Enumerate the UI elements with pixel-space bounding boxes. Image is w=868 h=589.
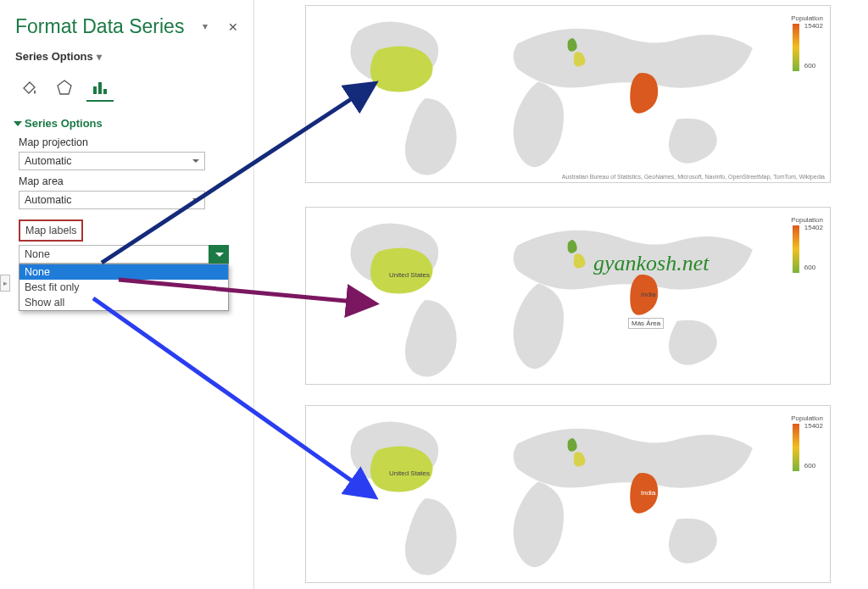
legend-title: Population	[791, 216, 823, 224]
map-labels-dropdown[interactable]: None None Best fit only Show all	[19, 245, 229, 311]
label-us: United States	[389, 470, 430, 477]
world-map-icon	[306, 208, 830, 384]
map-attribution: Australian Bureau of Statistics, GeoName…	[562, 174, 825, 180]
label-in: India	[641, 291, 655, 298]
map-projection-label: Map projection	[19, 136, 238, 148]
legend: Population 15402 600	[791, 216, 823, 275]
toolbar	[15, 75, 238, 102]
format-data-series-panel: Format Data Series ▾ ✕ Series Options ▾ …	[0, 0, 254, 589]
expand-triangle-icon	[14, 121, 22, 126]
legend-high: 15402	[804, 22, 823, 30]
map-area-dropdown[interactable]: Automatic	[19, 191, 205, 209]
map-chart-showall: United States India Population 15402 600…	[305, 405, 831, 583]
map-labels-option-bestfit[interactable]: Best fit only	[19, 280, 228, 295]
map-area-label: Map area	[19, 175, 238, 187]
legend-title: Population	[791, 414, 823, 422]
bar-chart-icon[interactable]	[86, 75, 114, 102]
map-labels-label: Map labels	[19, 219, 83, 242]
paint-bucket-icon[interactable]	[15, 75, 42, 102]
legend-high: 15402	[804, 224, 823, 231]
label-us: United States	[389, 271, 430, 279]
panel-title-text: Format Data Series	[15, 15, 184, 38]
svg-rect-3	[103, 89, 107, 94]
close-icon[interactable]: ✕	[228, 20, 238, 34]
legend-low: 600	[804, 62, 823, 69]
map-projection-dropdown[interactable]: Automatic	[19, 152, 205, 170]
svg-rect-2	[98, 82, 102, 94]
map-chart-none: Population 15402 600 Australian Bureau o…	[305, 5, 831, 183]
label-pt-box: Más Área	[628, 318, 664, 329]
legend: Population 15402 600	[791, 14, 823, 73]
legend-low: 600	[804, 462, 823, 470]
svg-rect-1	[93, 86, 97, 94]
label-in: India	[641, 489, 655, 497]
world-map-icon	[306, 6, 830, 182]
legend-title: Population	[791, 14, 823, 22]
map-labels-options-list: None Best fit only Show all	[19, 264, 229, 311]
legend: Population 15402 600	[791, 414, 823, 473]
chart-preview-area: Population 15402 600 Australian Bureau o…	[254, 0, 868, 589]
chevron-down-icon: ▾	[97, 51, 102, 63]
pentagon-icon[interactable]	[51, 75, 78, 102]
legend-low: 600	[804, 264, 823, 271]
map-labels-value: None	[25, 248, 50, 260]
series-options-bar[interactable]: Series Options ▾	[15, 50, 238, 63]
series-options-label: Series Options	[15, 50, 93, 63]
map-labels-option-showall[interactable]: Show all	[19, 295, 228, 310]
world-map-icon	[306, 406, 830, 582]
section-header-label: Series Options	[25, 117, 103, 130]
series-options-section[interactable]: Series Options	[15, 117, 238, 130]
map-area-value: Automatic	[25, 194, 72, 206]
map-labels-option-none[interactable]: None	[19, 264, 228, 280]
map-projection-value: Automatic	[25, 155, 72, 167]
dropdown-button[interactable]	[209, 245, 229, 264]
map-chart-bestfit: United States India Más Área Population …	[305, 207, 831, 385]
svg-marker-0	[58, 81, 71, 94]
legend-high: 15402	[804, 422, 823, 430]
collapse-handle[interactable]: ▸	[0, 275, 10, 292]
chevron-down-icon[interactable]: ▾	[203, 20, 208, 34]
